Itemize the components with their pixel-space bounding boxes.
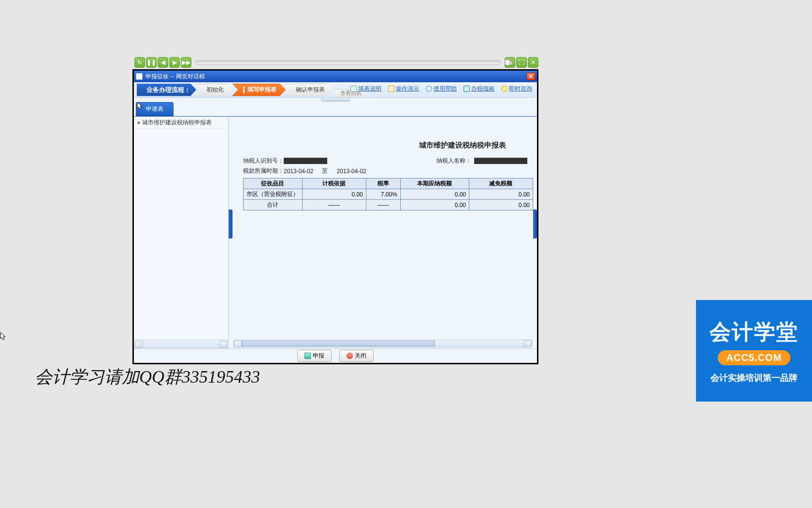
close-icon[interactable]: ✕: [526, 73, 535, 80]
hscroll-thumb[interactable]: [242, 341, 435, 346]
cell-total-rate: ——: [366, 200, 400, 210]
footer-buttons: 申报 关闭: [134, 348, 537, 363]
period-to-word: 至: [322, 167, 328, 175]
progress-thumb[interactable]: [504, 59, 511, 66]
cell-total-relief: 0.00: [469, 200, 533, 210]
play-icon[interactable]: ▶: [169, 57, 180, 68]
guide-icon: [464, 86, 470, 92]
cell-total-label: 合计: [244, 200, 303, 210]
step-init[interactable]: 初始化: [195, 84, 233, 96]
submit-icon: [304, 353, 311, 359]
cell-total-due: 0.00: [400, 200, 469, 210]
link-help[interactable]: 使用帮助: [426, 85, 457, 93]
player-bar: ↻ ❚❚ ◀ ▶ ▶▶ ◈ ⛶ ✕: [134, 57, 538, 68]
splitter-handle-top[interactable]: [321, 98, 350, 102]
cell-basis[interactable]: 0.00: [302, 189, 366, 200]
sidebar-item-form[interactable]: 城市维护建设税纳税申报表: [134, 117, 228, 129]
help-links: 填表说明 操作演示 使用帮助 办税指南 即时咨询: [350, 85, 532, 93]
taxpayer-name-label: 纳税人名称：: [436, 157, 474, 165]
tax-table: 征收品目 计税依据 税率 本期应纳税额 减免税额 市区（营业税附征） 0.00 …: [243, 178, 533, 210]
close-btn-icon: [347, 353, 353, 359]
dialog-window: 申报征收 -- 网页对话框 ✕ 业务办理流程： 初始化 填写申报表 确认申报表 …: [132, 69, 538, 364]
window-title: 申报征收 -- 网页对话框: [145, 73, 205, 81]
link-guide[interactable]: 办税指南: [464, 85, 494, 93]
th-rate: 税率: [366, 179, 400, 189]
form-pane: 城市维护建设税纳税申报表 纳税人识别号： 纳税人名称： 税款所属时期： 2013…: [229, 117, 537, 348]
sheet-icon: [350, 86, 357, 92]
table-row: 市区（营业税附征） 0.00 7.00% 0.00 0.00: [244, 189, 533, 200]
cell-item: 市区（营业税附征）: [244, 189, 303, 200]
sidepanel: 城市维护建设税纳税申报表: [134, 117, 229, 340]
flow-toolbar: 业务办理流程： 初始化 填写申报表 确认申报表 查看回执 填表说明 操作演示 使…: [134, 82, 537, 98]
period-from: 2013-04-02: [284, 168, 313, 175]
link-demo[interactable]: 操作演示: [388, 85, 419, 93]
brand-box: 会计学堂 ACC5.COM 会计实操培训第一品牌: [696, 300, 812, 402]
main-area: 申请表 城市维护建设税纳税申报表 城市维护建设税纳税申报表 纳税人识别号：: [134, 98, 537, 363]
side-section: 城市维护建设税纳税申报表: [134, 117, 229, 348]
step-fill[interactable]: 填写申报表: [232, 84, 286, 96]
tab-application[interactable]: 申请表: [136, 102, 174, 116]
expand-icon[interactable]: ⛶: [516, 57, 527, 68]
flow-label: 业务办理流程：: [137, 84, 196, 96]
step-fill-label: 填写申报表: [247, 86, 276, 94]
form-title: 城市维护建设税纳税申报表: [398, 141, 527, 150]
th-item: 征收品目: [244, 179, 303, 189]
brand-main: 会计学堂: [710, 318, 798, 346]
link-consult[interactable]: 即时咨询: [501, 85, 532, 93]
th-relief: 减免税额: [469, 179, 533, 189]
cell-total-basis: ——: [302, 200, 366, 210]
taxpayer-name-value: [474, 158, 527, 164]
cursor-icon: [0, 332, 7, 341]
taxpayer-id-value: [284, 158, 327, 164]
overlay-caption: 会计学习请加QQ群335195433: [35, 365, 260, 389]
titlebar: 申报征收 -- 网页对话框 ✕: [134, 71, 537, 82]
cell-relief[interactable]: 0.00: [469, 189, 533, 200]
sidepanel-hscrollbar[interactable]: [134, 340, 229, 348]
th-due: 本期应纳税额: [400, 179, 469, 189]
tabstrip: 申请表: [134, 104, 537, 116]
taxpayer-id-label: 纳税人识别号：: [243, 157, 284, 165]
brand-sub: 会计实操培训第一品牌: [710, 372, 798, 384]
help-icon: [426, 86, 432, 92]
content: 城市维护建设税纳税申报表 城市维护建设税纳税申报表 纳税人识别号： 纳税人名称：: [134, 116, 537, 348]
pause-icon[interactable]: ❚❚: [146, 57, 157, 68]
table-header-row: 征收品目 计税依据 税率 本期应纳税额 减免税额: [244, 179, 533, 189]
step-confirm[interactable]: 确认申报表: [285, 84, 334, 96]
next-fwd-icon[interactable]: ▶▶: [181, 57, 191, 68]
doc-icon: [136, 73, 143, 80]
table-total-row: 合计 —— —— 0.00 0.00: [244, 200, 533, 210]
cell-due: 0.00: [400, 189, 469, 200]
period-label: 税款所属时期：: [243, 167, 284, 175]
th-basis: 计税依据: [302, 179, 366, 189]
period-to: 2013-04-02: [336, 168, 366, 175]
consult-icon: [501, 86, 508, 92]
splitter-handle-left[interactable]: [229, 209, 232, 239]
reload-icon[interactable]: ↻: [134, 57, 145, 68]
close-button[interactable]: 关闭: [339, 350, 374, 362]
brand-pill: ACC5.COM: [718, 350, 791, 365]
prev-icon[interactable]: ◀: [158, 57, 168, 68]
cell-rate: 7.00%: [366, 189, 400, 200]
link-fill-instructions[interactable]: 填表说明: [350, 85, 381, 93]
progress-track[interactable]: [195, 60, 501, 65]
splitter-handle-right[interactable]: [533, 209, 537, 239]
play-demo-icon: [388, 86, 394, 92]
close-player-icon[interactable]: ✕: [528, 57, 538, 68]
submit-button[interactable]: 申报: [297, 350, 332, 362]
hscrollbar[interactable]: [233, 340, 532, 347]
